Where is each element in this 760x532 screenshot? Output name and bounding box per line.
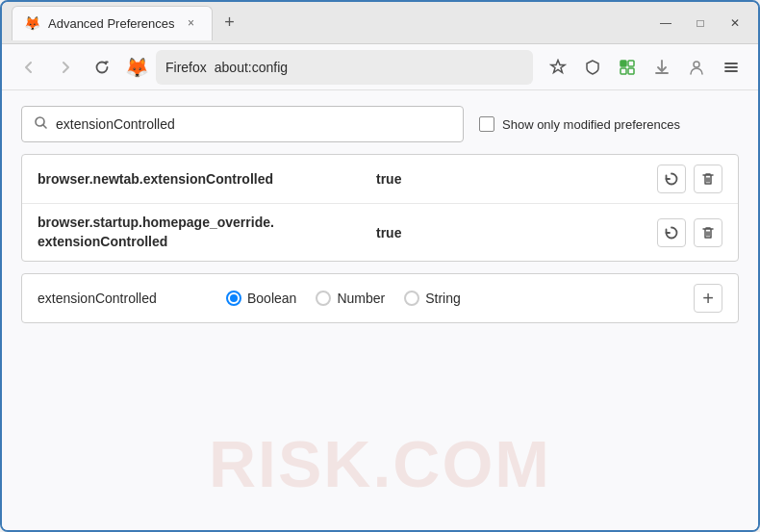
pref-name-2: browser.startup.homepage_override. exten… <box>38 214 365 251</box>
search-icon <box>34 115 48 133</box>
bookmark-icon <box>549 59 567 76</box>
radio-boolean[interactable]: Boolean <box>226 291 296 306</box>
radio-string-circle <box>404 291 419 306</box>
radio-boolean-circle <box>226 291 241 306</box>
tab-close-button[interactable]: × <box>183 14 200 32</box>
extensions-button[interactable] <box>612 52 643 83</box>
back-button[interactable] <box>13 52 44 83</box>
radio-number[interactable]: Number <box>316 291 385 306</box>
firefox-logo: 🦊 <box>123 54 150 81</box>
page-content: RISK.COM Show only modified preferences <box>2 90 758 530</box>
address-url: about:config <box>215 60 288 75</box>
nav-bar: 🦊 Firefox about:config <box>2 44 758 90</box>
hamburger-icon <box>722 59 740 76</box>
reset-icon <box>664 225 679 241</box>
reset-button-2[interactable] <box>657 218 686 247</box>
radio-number-label: Number <box>337 291 385 306</box>
bookmark-button[interactable] <box>543 52 573 83</box>
add-pref-button[interactable]: + <box>694 284 722 313</box>
radio-string-label: String <box>425 291 461 306</box>
new-tab-button[interactable]: + <box>216 10 243 37</box>
svg-rect-2 <box>621 68 626 74</box>
downloads-button[interactable] <box>646 52 677 83</box>
type-radio-group: Boolean Number String <box>226 291 678 306</box>
show-modified-checkbox[interactable] <box>479 116 494 132</box>
pref-value-1: true <box>376 171 646 187</box>
svg-rect-0 <box>621 61 626 66</box>
pref-name-1: browser.newtab.extensionControlled <box>38 171 365 187</box>
add-pref-row: extensionControlled Boolean Number Strin… <box>21 273 739 323</box>
new-pref-name: extensionControlled <box>38 291 211 306</box>
watermark: RISK.COM <box>209 426 551 501</box>
radio-string[interactable]: String <box>404 291 461 306</box>
row-1-actions <box>657 165 722 193</box>
search-row: Show only modified preferences <box>21 106 739 142</box>
delete-button-2[interactable] <box>694 218 722 247</box>
pref-value-2: true <box>376 225 646 241</box>
search-box[interactable] <box>21 106 464 142</box>
refresh-button[interactable] <box>87 52 117 83</box>
radio-number-circle <box>316 291 331 306</box>
show-modified-checkbox-row[interactable]: Show only modified preferences <box>479 116 680 132</box>
shield-button[interactable] <box>577 52 608 83</box>
account-button[interactable] <box>681 52 712 83</box>
back-icon <box>21 60 37 75</box>
table-row[interactable]: browser.newtab.extensionControlled true <box>22 155 738 204</box>
show-modified-label: Show only modified preferences <box>502 117 680 132</box>
delete-icon <box>700 171 716 187</box>
window-controls: — □ ✕ <box>652 10 748 37</box>
maximize-button[interactable]: □ <box>687 10 714 37</box>
reset-button-1[interactable] <box>657 165 686 193</box>
account-icon <box>688 59 705 76</box>
refresh-icon <box>94 60 110 75</box>
svg-rect-1 <box>628 61 634 66</box>
search-input[interactable] <box>56 116 451 132</box>
tab-title: Advanced Preferences <box>48 16 175 31</box>
delete-icon <box>700 225 716 241</box>
reset-icon <box>664 171 679 187</box>
svg-point-4 <box>694 62 699 67</box>
browser-name: Firefox <box>165 60 207 75</box>
row-2-actions <box>657 218 722 247</box>
browser-window: 🦊 Advanced Preferences × + — □ ✕ <box>0 0 760 532</box>
browser-tab[interactable]: 🦊 Advanced Preferences × <box>12 6 213 40</box>
title-bar: 🦊 Advanced Preferences × + — □ ✕ <box>2 2 758 44</box>
forward-icon <box>58 60 73 75</box>
results-table: browser.newtab.extensionControlled true <box>21 154 739 262</box>
radio-boolean-label: Boolean <box>247 291 296 306</box>
close-button[interactable]: ✕ <box>722 10 748 37</box>
svg-rect-3 <box>628 68 634 74</box>
table-row[interactable]: browser.startup.homepage_override. exten… <box>22 204 738 261</box>
extensions-icon <box>619 59 636 76</box>
downloads-icon <box>653 59 671 76</box>
forward-button[interactable] <box>50 52 81 83</box>
delete-button-1[interactable] <box>694 165 722 193</box>
address-bar[interactable]: Firefox about:config <box>156 50 533 85</box>
minimize-button[interactable]: — <box>652 10 679 37</box>
tab-favicon: 🦊 <box>24 15 40 31</box>
menu-button[interactable] <box>716 52 747 83</box>
shield-icon <box>584 59 601 76</box>
nav-icons <box>543 52 747 83</box>
